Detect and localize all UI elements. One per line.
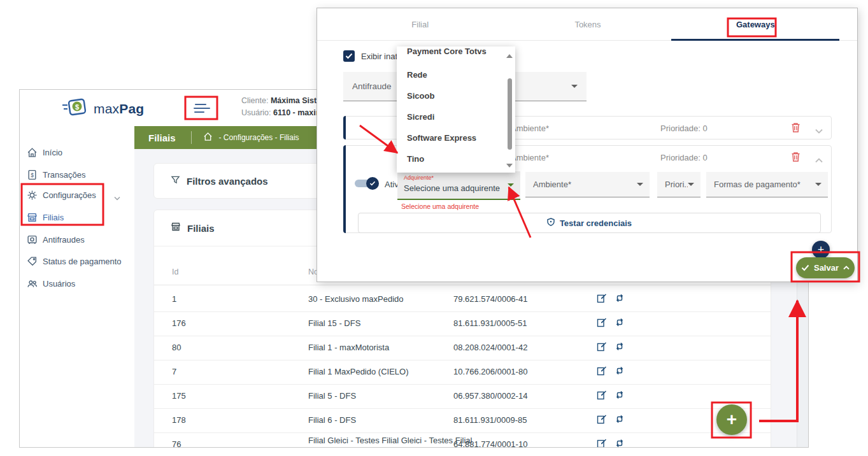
table-row: 76 Filial Gleici - Testes Filial Gleici … xyxy=(154,432,771,448)
dropdown-option[interactable]: Payment Core Totvs xyxy=(397,46,505,58)
sync-icon[interactable] xyxy=(615,341,625,352)
cell-name: Filial 6 - DFS xyxy=(308,415,356,425)
safe-icon xyxy=(27,234,38,245)
chevron-down-icon[interactable] xyxy=(815,125,823,136)
scroll-up-icon[interactable] xyxy=(506,54,513,58)
edit-icon[interactable] xyxy=(597,341,607,352)
tab-tokens[interactable]: Tokens xyxy=(504,8,671,40)
cell-name: Filial 1 MaxPedido (CIELO) xyxy=(308,367,409,376)
caret-down-icon xyxy=(688,183,694,186)
cell-name: Filial 5 - DFS xyxy=(308,391,356,401)
cell-id: 1 xyxy=(172,294,176,304)
divider xyxy=(191,131,192,144)
sync-icon[interactable] xyxy=(615,293,625,303)
sidebar-item-usuarios[interactable]: Usuários xyxy=(20,274,134,292)
cell-cnpj: 06.957.380/0002-14 xyxy=(453,391,527,401)
sidebar-item-status-pagamento[interactable]: Status de pagamento xyxy=(20,252,134,270)
cell-name: Filial 1 - maxMotorista xyxy=(308,343,389,352)
sidebar-item-label: Usuários xyxy=(43,279,75,289)
tab-label: Gateways xyxy=(736,20,775,29)
adquirente-select[interactable]: Adquirente* Selecione uma adquirente xyxy=(397,171,520,200)
sync-icon[interactable] xyxy=(615,366,625,376)
hamburger-menu-icon[interactable] xyxy=(187,99,217,118)
add-gateway-fab[interactable]: + xyxy=(812,241,830,259)
sidebar: Início $ Transações Configurações xyxy=(20,126,135,448)
sidebar-item-filiais[interactable]: Filiais xyxy=(20,208,134,226)
tab-gateways[interactable]: Gateways xyxy=(672,8,839,40)
table-row: 80 Filial 1 - maxMotorista 08.208.024/00… xyxy=(154,336,771,360)
table-row: 175 Filial 5 - DFS 06.957.380/0002-14 xyxy=(154,384,771,409)
test-credentials-label: Testar credenciais xyxy=(560,218,632,228)
trash-icon[interactable] xyxy=(791,152,800,165)
show-inactive-checkbox[interactable] xyxy=(343,50,355,62)
store-icon xyxy=(27,212,38,223)
cell-cnpj: 08.208.024/0001-42 xyxy=(453,343,527,352)
sync-icon[interactable] xyxy=(615,438,625,448)
formas-pagamento-select[interactable]: Formas de pagamento* xyxy=(706,172,828,197)
caret-down-icon xyxy=(508,183,514,187)
scroll-down-icon[interactable] xyxy=(506,164,513,167)
dropdown-option[interactable]: Software Express xyxy=(397,131,505,145)
store-icon xyxy=(171,222,181,234)
ambiente-label: Ambiente* xyxy=(511,124,549,133)
ambiente-select-label: Ambiente* xyxy=(533,180,637,189)
sidebar-item-antifraudes[interactable]: Antifraudes xyxy=(20,231,134,248)
chevron-down-icon[interactable] xyxy=(114,192,120,203)
chevron-up-icon xyxy=(843,266,850,270)
ativo-toggle[interactable] xyxy=(353,178,379,189)
edit-icon[interactable] xyxy=(597,317,607,327)
cell-id: 176 xyxy=(172,318,186,328)
dropdown-option[interactable]: Tino xyxy=(397,152,505,166)
dropdown-option[interactable]: Rede xyxy=(397,68,505,82)
adquirente-floating-label: Adquirente* xyxy=(404,175,434,181)
maxpag-logo-text: maxPag xyxy=(94,101,144,117)
caret-down-icon xyxy=(815,183,822,186)
dropdown-option[interactable]: Sicoob xyxy=(397,89,505,103)
dialog-tabbar: Filial Tokens Gateways xyxy=(336,8,839,40)
edit-icon[interactable] xyxy=(597,390,607,400)
save-button[interactable]: Salvar xyxy=(796,257,855,278)
svg-text:$: $ xyxy=(31,171,34,178)
adquirente-dropdown-menu: Payment Core Totvs Rede Sicoob Sicredi S… xyxy=(397,46,515,173)
dropdown-scrollbar[interactable] xyxy=(508,78,512,150)
sidebar-item-configuracoes[interactable]: Configurações xyxy=(20,186,134,204)
cell-cnpj: 64.881.774/0001-10 xyxy=(453,439,527,448)
cell-cnpj: 10.766.206/0001-80 xyxy=(453,367,527,376)
filter-icon xyxy=(171,175,180,187)
cell-id: 80 xyxy=(172,343,181,352)
cell-name: Filial 15 - DFS xyxy=(308,318,360,328)
divider xyxy=(154,285,771,285)
tag-icon xyxy=(27,256,38,267)
sidebar-item-transacoes[interactable]: $ Transações xyxy=(20,166,134,183)
chevron-up-icon[interactable] xyxy=(815,154,823,166)
prioridade-label: Prioridade: 0 xyxy=(660,153,708,162)
tab-label: Tokens xyxy=(574,20,601,29)
cell-cnpj: 81.611.931/0005-51 xyxy=(453,318,527,328)
edit-icon[interactable] xyxy=(597,438,607,448)
edit-icon[interactable] xyxy=(597,366,607,376)
add-filial-fab[interactable]: + xyxy=(716,404,747,435)
ambiente-select[interactable]: Ambiente* xyxy=(525,172,650,197)
prioridade-select[interactable]: Priori... xyxy=(657,172,701,197)
screenshot-canvas: $ maxPag Cliente: Máxima Sistemas Usuári… xyxy=(0,0,868,456)
prioridade-label: Prioridade: 0 xyxy=(660,124,708,133)
prioridade-select-label: Priori... xyxy=(665,180,688,189)
edit-icon[interactable] xyxy=(597,414,607,424)
filial-dialog: Filial Tokens Gateways Exibir inativo An… xyxy=(317,8,858,282)
trash-icon[interactable] xyxy=(791,122,800,136)
home-icon[interactable] xyxy=(203,132,213,144)
breadcrumb: - Configurações - Filiais xyxy=(219,133,299,142)
dropdown-option[interactable]: Sicredi xyxy=(397,110,505,124)
tab-filial[interactable]: Filial xyxy=(336,8,504,40)
sync-icon[interactable] xyxy=(615,414,625,424)
sync-icon[interactable] xyxy=(615,317,625,327)
home-icon xyxy=(27,147,38,158)
plus-icon: + xyxy=(727,410,737,430)
plus-icon: + xyxy=(818,243,825,257)
sync-icon[interactable] xyxy=(615,390,625,400)
table-title: Filiais xyxy=(187,223,215,234)
caret-down-icon xyxy=(571,85,578,88)
edit-icon[interactable] xyxy=(597,293,607,303)
sidebar-item-inicio[interactable]: Início xyxy=(20,143,134,161)
test-credentials-button[interactable]: Testar credenciais xyxy=(358,213,821,233)
